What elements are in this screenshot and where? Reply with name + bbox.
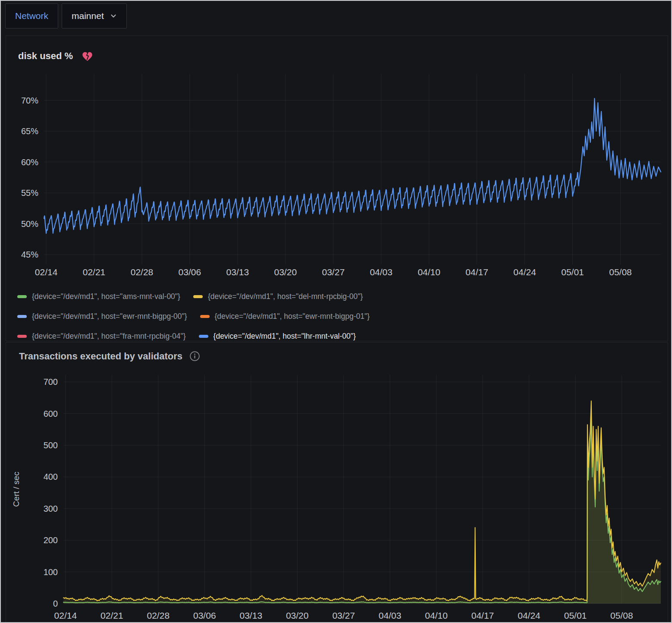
series-fill xyxy=(63,401,661,604)
legend-item[interactable]: {device="/dev/md1", host="del-mnt-rpcbig… xyxy=(193,292,363,301)
y-axis-tick-label: 50% xyxy=(21,219,38,229)
legend-item[interactable]: {device="/dev/md1", host="lhr-mnt-val-00… xyxy=(199,332,356,341)
legend-swatch xyxy=(200,315,210,318)
x-axis-tick-label: 04/24 xyxy=(518,610,540,620)
x-axis-tick-label: 03/20 xyxy=(274,267,297,277)
legend-item[interactable]: {device="/dev/md1", host="ewr-mnt-bigpg-… xyxy=(200,312,370,321)
x-axis-tick-label: 04/17 xyxy=(465,267,488,277)
x-axis-tick-label: 02/28 xyxy=(131,267,154,277)
heart-broken-alert-icon xyxy=(82,51,93,62)
series-line xyxy=(63,401,661,601)
y-axis-tick-label: 0 xyxy=(53,599,58,608)
chevron-down-icon xyxy=(110,13,117,19)
x-axis-tick-label: 04/03 xyxy=(379,610,402,620)
y-axis-tick-label: 700 xyxy=(44,377,58,387)
panel-disk-used: disk used % 02/1402/2102/2803/0603/1303/… xyxy=(6,35,668,341)
x-axis-tick-label: 02/21 xyxy=(83,267,106,277)
x-axis-tick-label: 04/03 xyxy=(370,267,393,277)
x-axis-tick-label: 05/08 xyxy=(610,610,633,620)
x-axis-tick-label: 04/10 xyxy=(425,610,448,620)
legend-swatch xyxy=(17,315,27,318)
x-axis-tick-label: 02/14 xyxy=(54,610,77,620)
panel-title-disk-used[interactable]: disk used % xyxy=(18,50,73,62)
variables-bar: Network mainnet xyxy=(5,3,127,28)
disk-used-legend: {device="/dev/md1", host="ams-mnt-val-00… xyxy=(17,286,668,346)
legend-swatch xyxy=(199,335,208,338)
y-axis-tick-label: 400 xyxy=(44,472,58,481)
disk-used-chart[interactable]: 02/1402/2102/2803/0603/1303/2003/2704/03… xyxy=(6,66,668,284)
y-axis-tick-label: 200 xyxy=(44,535,58,545)
x-axis-tick-label: 04/17 xyxy=(471,610,494,620)
legend-label: {device="/dev/md1", host="fra-mnt-rpcbig… xyxy=(32,332,186,341)
y-axis-title: Cert / sec xyxy=(12,472,21,507)
legend-swatch xyxy=(17,295,27,298)
legend-label: {device="/dev/md1", host="del-mnt-rpcbig… xyxy=(208,292,363,301)
legend-swatch xyxy=(193,295,203,298)
x-axis-tick-label: 04/10 xyxy=(418,267,440,277)
x-axis-tick-label: 03/13 xyxy=(240,610,263,620)
legend-swatch xyxy=(17,335,27,338)
x-axis-tick-label: 03/20 xyxy=(286,610,309,620)
network-label: Network xyxy=(15,11,48,21)
network-value-dropdown[interactable]: mainnet xyxy=(62,3,127,28)
legend-item[interactable]: {device="/dev/md1", host="fra-mnt-rpcbig… xyxy=(17,332,186,341)
y-axis-tick-label: 70% xyxy=(21,96,38,105)
x-axis-tick-label: 05/01 xyxy=(564,610,587,620)
x-axis-tick-label: 04/24 xyxy=(513,267,536,277)
y-axis-tick-label: 100 xyxy=(44,567,58,577)
legend-label: {device="/dev/md1", host="ams-mnt-val-00… xyxy=(32,292,180,301)
panel-transactions: Transactions executed by validators 02/1… xyxy=(6,342,668,623)
variable-label-network: Network xyxy=(5,3,58,28)
transactions-header: Transactions executed by validators xyxy=(6,343,668,366)
legend-label: {device="/dev/md1", host="ewr-mnt-bigpg-… xyxy=(32,312,187,321)
x-axis-tick-label: 02/14 xyxy=(35,267,58,277)
y-axis-tick-label: 55% xyxy=(21,188,38,198)
legend-label: {device="/dev/md1", host="ewr-mnt-bigpg-… xyxy=(215,312,370,321)
transactions-chart[interactable]: 02/1402/2102/2803/0603/1303/2003/2704/03… xyxy=(6,366,668,623)
x-axis-tick-label: 03/27 xyxy=(322,267,345,277)
x-axis-tick-label: 03/27 xyxy=(332,610,355,620)
grafana-dashboard: Network mainnet disk used % 02/1402/2102… xyxy=(0,0,672,623)
x-axis-tick-label: 03/06 xyxy=(193,610,216,620)
series-line xyxy=(44,98,661,233)
info-icon[interactable] xyxy=(189,351,200,362)
legend-item[interactable]: {device="/dev/md1", host="ams-mnt-val-00… xyxy=(17,292,180,301)
x-axis-tick-label: 02/21 xyxy=(100,610,123,620)
x-axis-tick-label: 03/13 xyxy=(226,267,249,277)
series-line xyxy=(63,414,661,603)
legend-item[interactable]: {device="/dev/md1", host="ewr-mnt-bigpg-… xyxy=(17,312,187,321)
x-axis-tick-label: 03/06 xyxy=(179,267,201,277)
y-axis-tick-label: 65% xyxy=(21,126,38,136)
y-axis-tick-label: 60% xyxy=(21,157,38,167)
x-axis-tick-label: 02/28 xyxy=(147,610,170,620)
network-selected-value: mainnet xyxy=(72,11,104,21)
y-axis-tick-label: 300 xyxy=(44,504,58,513)
x-axis-tick-label: 05/08 xyxy=(609,267,632,277)
panel-title-transactions[interactable]: Transactions executed by validators xyxy=(19,351,182,362)
legend-label: {device="/dev/md1", host="lhr-mnt-val-00… xyxy=(214,332,356,341)
y-axis-tick-label: 45% xyxy=(21,250,38,259)
y-axis-tick-label: 600 xyxy=(44,409,58,418)
disk-used-header: disk used % xyxy=(6,36,668,66)
y-axis-tick-label: 500 xyxy=(44,441,58,450)
x-axis-tick-label: 05/01 xyxy=(561,267,584,277)
